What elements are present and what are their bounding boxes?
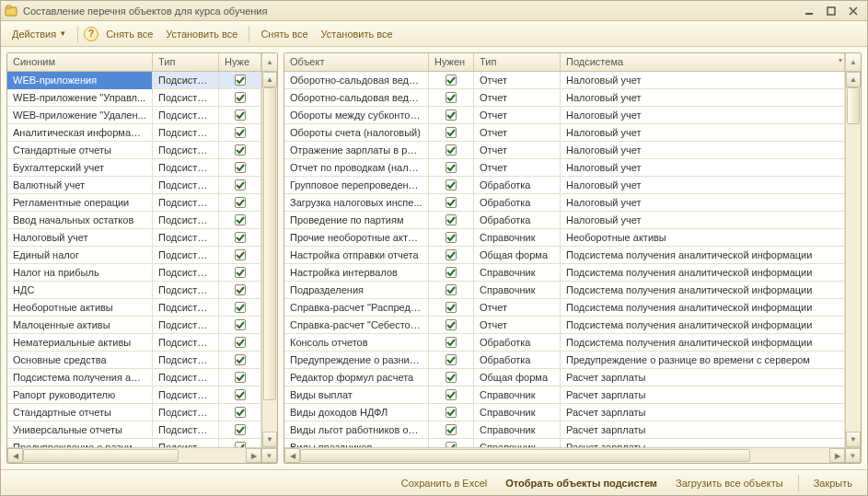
hscroll-track[interactable] <box>23 448 246 463</box>
checkbox[interactable] <box>446 249 457 260</box>
table-row[interactable]: Отчет по проводкам (налог...ОтчетНалогов… <box>284 159 845 177</box>
table-row[interactable]: Обороты между субконто (...ОтчетНалоговы… <box>284 107 845 124</box>
checkbox[interactable] <box>235 144 246 156</box>
col-type-right[interactable]: Тип <box>474 53 561 71</box>
table-row[interactable]: Налог на прибыльПодсистема <box>7 264 261 282</box>
col-subsystem[interactable]: Подсистема▾ <box>561 53 845 71</box>
col-needed-left[interactable]: Нуже <box>219 53 261 71</box>
right-rows[interactable]: Оборотно-сальдовая ведо...ОтчетНалоговый… <box>284 72 845 447</box>
checkbox[interactable] <box>446 284 457 295</box>
table-row[interactable]: Малоценные активыПодсистема <box>7 317 261 334</box>
checkbox[interactable] <box>235 407 246 418</box>
uncheck-all-right-button[interactable]: Снять все <box>255 26 313 42</box>
table-row[interactable]: WEB-приложенияПодсистема <box>7 72 261 89</box>
table-row[interactable]: Бухгалтерский учетПодсистема <box>7 159 261 177</box>
checkbox[interactable] <box>446 110 457 121</box>
table-row[interactable]: Оборотно-сальдовая ведо...ОтчетНалоговый… <box>284 72 845 89</box>
table-row[interactable]: ПодразделенияСправочникПодсистема получе… <box>284 282 845 299</box>
checkbox[interactable] <box>446 389 457 400</box>
checkbox[interactable] <box>446 179 457 190</box>
table-row[interactable]: Регламентные операцииПодсистема <box>7 194 261 212</box>
hscroll-track[interactable] <box>300 448 829 463</box>
checkbox[interactable] <box>235 110 246 121</box>
checkbox[interactable] <box>235 319 246 330</box>
table-row[interactable]: Редактор формул расчетаОбщая формаРасчет… <box>284 369 845 386</box>
uncheck-all-left-button[interactable]: Снять все <box>100 26 158 42</box>
checkbox[interactable] <box>235 214 246 225</box>
table-row[interactable]: Аналитическая информацияПодсистема <box>7 124 261 142</box>
checkbox[interactable] <box>446 92 457 103</box>
checkbox[interactable] <box>235 179 246 190</box>
table-row[interactable]: Виды выплатСправочникРасчет зарплаты <box>284 386 845 404</box>
col-type-left[interactable]: Тип <box>153 53 219 71</box>
table-row[interactable]: Настройка интерваловСправочникПодсистема… <box>284 264 845 282</box>
table-row[interactable]: Консоль отчетовОбработкаПодсистема получ… <box>284 334 845 352</box>
table-row[interactable]: Оборотно-сальдовая ведо...ОтчетНалоговый… <box>284 89 845 107</box>
table-row[interactable]: Стандартные отчетыПодсистема <box>7 142 261 159</box>
scroll-up-button[interactable]: ▲ <box>846 72 861 87</box>
checkbox[interactable] <box>235 267 246 278</box>
checkbox[interactable] <box>446 197 457 208</box>
maximize-button[interactable] <box>821 4 841 18</box>
checkbox[interactable] <box>235 92 246 103</box>
table-row[interactable]: Виды доходов НДФЛСправочникРасчет зарпла… <box>284 404 845 421</box>
table-row[interactable]: Справка-расчет "Себестои...ОтчетПодсисте… <box>284 317 845 334</box>
table-row[interactable]: Предупреждение о разниц...Подсистема <box>7 439 261 447</box>
close-button[interactable] <box>843 4 863 18</box>
table-row[interactable]: Групповое перепроведение...ОбработкаНало… <box>284 177 845 194</box>
table-row[interactable]: Ввод начальных остатковПодсистема <box>7 212 261 229</box>
table-row[interactable]: Справка-расчет "Распреде...ОтчетПодсисте… <box>284 299 845 317</box>
checkbox[interactable] <box>446 267 457 278</box>
table-row[interactable]: Виды праздниковСправочникРасчет зарплаты <box>284 439 845 447</box>
close-form-button[interactable]: Закрыть <box>806 475 860 491</box>
table-row[interactable]: Универсальные отчетыПодсистема <box>7 421 261 439</box>
scroll-left-button[interactable]: ◀ <box>284 448 300 463</box>
checkbox[interactable] <box>446 319 457 330</box>
checkbox[interactable] <box>446 75 457 86</box>
table-row[interactable]: НДСПодсистема <box>7 282 261 299</box>
minimize-button[interactable] <box>799 4 819 18</box>
scroll-thumb[interactable] <box>847 87 860 124</box>
checkbox[interactable] <box>235 249 246 260</box>
table-row[interactable]: Подсистема получения ана...Подсистема <box>7 369 261 386</box>
right-vscrollbar[interactable]: ▲ ▼ <box>845 72 861 447</box>
table-row[interactable]: WEB-приложение "Управл...Подсистема <box>7 89 261 107</box>
checkbox[interactable] <box>446 442 457 447</box>
scroll-up-button[interactable]: ▲ <box>262 72 277 87</box>
col-object[interactable]: Объект <box>284 53 429 71</box>
checkbox[interactable] <box>235 127 246 138</box>
hscroll-thumb[interactable] <box>23 449 179 462</box>
checkbox[interactable] <box>446 407 457 418</box>
checkbox[interactable] <box>235 232 246 243</box>
checkbox[interactable] <box>446 214 457 225</box>
table-row[interactable]: Прочие необоротные активыСправочникНеобо… <box>284 229 845 247</box>
table-row[interactable]: Налоговый учетПодсистема <box>7 229 261 247</box>
checkbox[interactable] <box>235 75 246 86</box>
checkbox[interactable] <box>235 197 246 208</box>
left-vscrollbar[interactable]: ▲ ▼ <box>261 72 277 447</box>
checkbox[interactable] <box>446 354 457 365</box>
checkbox[interactable] <box>235 354 246 365</box>
checkbox[interactable] <box>446 162 457 173</box>
table-row[interactable]: WEB-приложение "Удален...Подсистема <box>7 107 261 124</box>
load-all-objects-button[interactable]: Загрузить все объекты <box>668 475 791 491</box>
checkbox[interactable] <box>235 372 246 383</box>
left-hscrollbar[interactable]: ◀ ▶ ▼ <box>7 447 277 463</box>
table-row[interactable]: Проведение по партиямОбработкаНалоговый … <box>284 212 845 229</box>
scroll-right-button[interactable]: ▶ <box>829 448 845 463</box>
checkbox[interactable] <box>235 302 246 313</box>
left-rows[interactable]: WEB-приложенияПодсистемаWEB-приложение "… <box>7 72 261 447</box>
scroll-left-button[interactable]: ◀ <box>7 448 23 463</box>
check-all-right-button[interactable]: Установить все <box>316 26 399 42</box>
table-row[interactable]: Отражение зарплаты в рег...ОтчетНалоговы… <box>284 142 845 159</box>
checkbox[interactable] <box>446 232 457 243</box>
checkbox[interactable] <box>235 162 246 173</box>
save-excel-button[interactable]: Сохранить в Excel <box>394 475 495 491</box>
checkbox[interactable] <box>235 337 246 348</box>
table-row[interactable]: Нематериальные активыПодсистема <box>7 334 261 352</box>
table-row[interactable]: Виды льгот работников орг...СправочникРа… <box>284 421 845 439</box>
scroll-thumb[interactable] <box>263 87 276 400</box>
table-row[interactable]: Основные средстваПодсистема <box>7 352 261 369</box>
table-row[interactable]: Необоротные активыПодсистема <box>7 299 261 317</box>
right-hscrollbar[interactable]: ◀ ▶ ▼ <box>284 447 861 463</box>
